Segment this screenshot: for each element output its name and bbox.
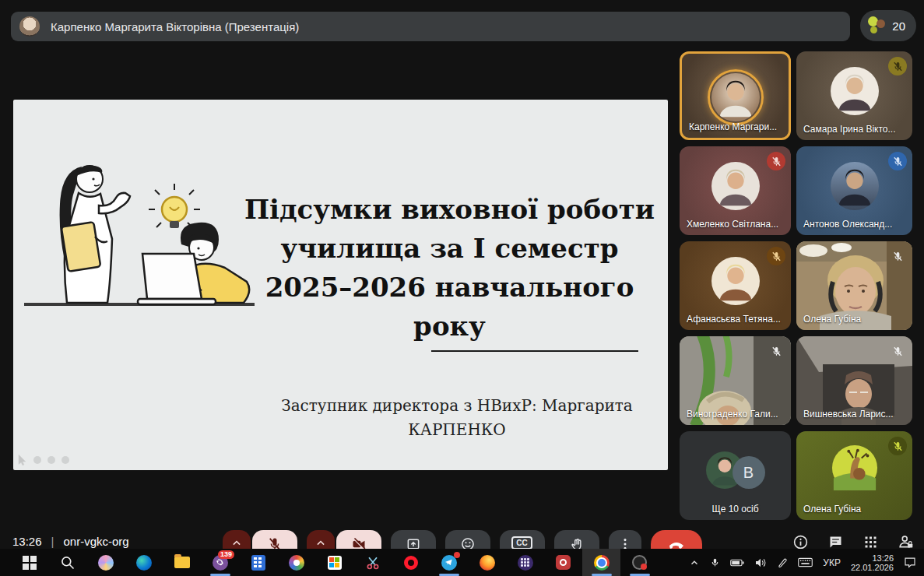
- mic-muted-icon: [767, 247, 785, 265]
- slide-title: Підсумки виховної роботи училища за І се…: [237, 190, 662, 346]
- chat-button[interactable]: [827, 534, 844, 550]
- taskbar-viber[interactable]: 139: [201, 549, 239, 576]
- slide-illustration: [21, 145, 258, 312]
- mic-muted-icon: [888, 57, 907, 76]
- tile-overflow[interactable]: B Ще 10 осіб: [680, 431, 791, 520]
- tile-hubina-video[interactable]: Олена Губіна: [796, 241, 912, 330]
- mic-muted-icon: [888, 247, 907, 265]
- chrome-icon: [594, 555, 610, 571]
- presenter-name: Карпенко Маргарита Вікторівна (Презентац…: [51, 20, 299, 33]
- taskbar-firefox[interactable]: [468, 549, 506, 576]
- grid-icon: [863, 534, 879, 550]
- taskbar-copilot[interactable]: [86, 549, 125, 576]
- tray-notifications-button[interactable]: [904, 557, 916, 568]
- microsoft-store-icon: [328, 556, 342, 570]
- tray-microphone[interactable]: [710, 557, 720, 568]
- tile-label: Винограденко Гали...: [687, 409, 786, 420]
- edge-icon: [136, 555, 152, 571]
- tile-label: Антонов Олександ...: [803, 219, 908, 230]
- mic-muted-icon: [767, 342, 785, 360]
- avatar: [831, 162, 879, 210]
- red-camera-app-icon: [556, 555, 571, 570]
- battery-icon: [730, 558, 744, 567]
- taskbar-opera[interactable]: [392, 549, 430, 576]
- tray-date: 22.01.2026: [851, 563, 894, 572]
- avatar: [711, 257, 760, 305]
- mic-muted-icon: [888, 437, 907, 455]
- mouse-cursor-icon: [18, 455, 27, 465]
- tile-samara[interactable]: Самара Ірина Вікто...: [796, 51, 912, 140]
- viber-unread-badge: 139: [218, 550, 234, 559]
- cc-icon: CC: [511, 536, 532, 550]
- tile-label: Хмеленко Світлана...: [687, 219, 786, 230]
- taskbar-snipping-tool[interactable]: [353, 549, 392, 576]
- tile-karpenko[interactable]: Карпенко Маргари...: [680, 51, 791, 140]
- info-icon: [792, 534, 809, 550]
- presenter-avatar: [19, 16, 40, 37]
- taskbar-search-button[interactable]: [48, 549, 86, 576]
- taskbar-store[interactable]: [315, 549, 353, 576]
- tile-label: Карпенко Маргари...: [689, 121, 784, 132]
- presenter-banner[interactable]: Карпенко Маргарита Вікторівна (Презентац…: [11, 12, 850, 41]
- taskbar-recorder-app[interactable]: [620, 549, 659, 576]
- firefox-icon: [480, 555, 495, 571]
- taskbar-edge[interactable]: [125, 549, 163, 576]
- tray-expand-chevron[interactable]: [689, 557, 700, 568]
- search-icon: [60, 555, 76, 571]
- windows-taskbar: 139: [0, 549, 924, 576]
- microphone-icon: [710, 557, 720, 568]
- tile-label: Олена Губіна: [803, 314, 908, 325]
- tile-vyshnevska-video[interactable]: Вишневська Ларис...: [796, 336, 912, 425]
- tray-clock[interactable]: 13:26 22.01.2026: [851, 553, 894, 572]
- tray-pen-icon[interactable]: [777, 557, 788, 568]
- start-button[interactable]: [10, 549, 48, 576]
- taskbar-grid-app[interactable]: [506, 549, 544, 576]
- tile-label: Ще 10 осіб: [680, 504, 791, 515]
- tile-label: Самара Ірина Вікто...: [803, 124, 908, 135]
- taskbar-camera-app[interactable]: [544, 549, 582, 576]
- activities-button[interactable]: [863, 534, 879, 550]
- avatar: [711, 73, 760, 121]
- chevron-up-icon: [689, 557, 700, 568]
- meeting-time: 13:26: [12, 535, 42, 548]
- tile-afanasieva[interactable]: Афанасьєва Тетяна...: [680, 241, 791, 330]
- meeting-details-button[interactable]: [792, 534, 809, 550]
- overflow-avatars: B: [706, 451, 765, 492]
- taskbar-chrome[interactable]: [582, 549, 620, 576]
- tile-hubina-avatar[interactable]: Олена Губіна: [796, 431, 912, 520]
- slide-ghost-controls[interactable]: [18, 455, 69, 465]
- telegram-unread-badge: [454, 552, 460, 558]
- tray-volume[interactable]: [754, 557, 767, 568]
- tray-battery[interactable]: [730, 558, 744, 567]
- pen-icon: [777, 557, 788, 568]
- opera-icon: [404, 556, 418, 570]
- taskbar-file-explorer[interactable]: [163, 549, 201, 576]
- participants-count-pill[interactable]: 20: [860, 10, 916, 41]
- chat-icon: [827, 534, 844, 550]
- avatar: [711, 162, 760, 210]
- recorder-icon: [632, 555, 647, 570]
- tray-language-indicator[interactable]: УКР: [823, 557, 841, 568]
- mic-muted-icon: [888, 342, 907, 360]
- taskbar-paint[interactable]: [277, 549, 315, 576]
- tile-antonov[interactable]: Антонов Олександ...: [796, 146, 912, 235]
- keyboard-icon: [798, 557, 813, 567]
- mic-muted-icon: [767, 152, 785, 170]
- taskbar-telegram[interactable]: [430, 549, 468, 576]
- meet-side-panel-buttons: [792, 534, 915, 550]
- purple-grid-app-icon: [518, 555, 533, 571]
- tile-vynohradenko-video[interactable]: Винограденко Гали...: [680, 336, 791, 425]
- meet-window: { "colors": { "speaking_border": "#E2A33…: [0, 0, 924, 576]
- participants-avatars-cluster: [868, 16, 888, 35]
- tile-khmelenko[interactable]: Хмеленко Світлана...: [680, 146, 791, 235]
- calculator-icon: [251, 555, 265, 571]
- paint-palette-icon: [289, 555, 304, 571]
- tray-touch-keyboard[interactable]: [798, 557, 813, 567]
- mic-muted-icon: [888, 152, 907, 170]
- avatar: [831, 67, 879, 115]
- taskbar-calculator[interactable]: [239, 549, 277, 576]
- tile-label: Олена Губіна: [803, 504, 908, 515]
- presentation-slide: Підсумки виховної роботи училища за І се…: [13, 100, 668, 470]
- tile-label: Вишневська Ларис...: [803, 409, 908, 420]
- host-controls-button[interactable]: [898, 534, 915, 550]
